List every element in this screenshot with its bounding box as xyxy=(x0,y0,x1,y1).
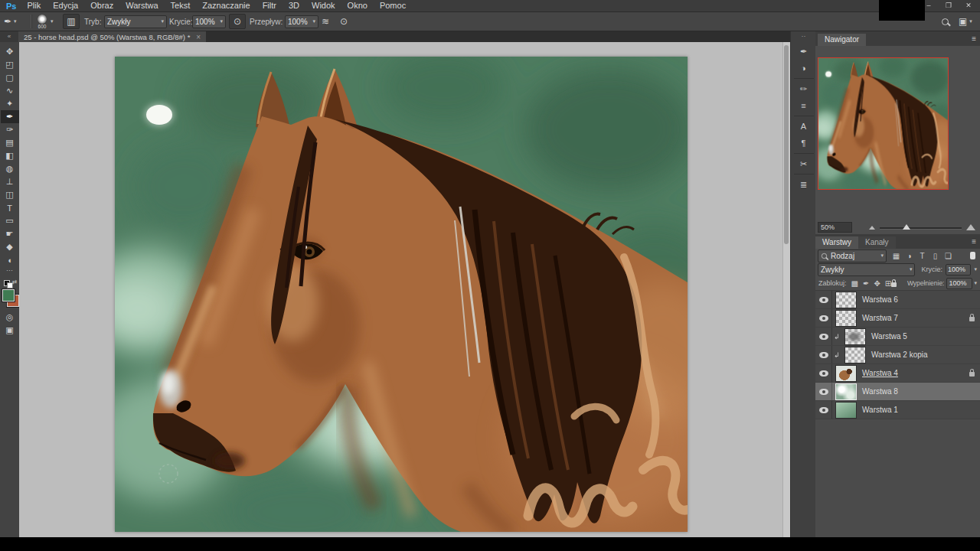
tab-channels[interactable]: Kanały xyxy=(858,236,896,249)
vertical-scrollbar[interactable] xyxy=(782,42,790,537)
default-colors-control[interactable]: ⇄ xyxy=(2,279,18,288)
workspace-switcher[interactable]: ▣ ▾ xyxy=(959,12,972,31)
layer-row-warstwa-1[interactable]: Warstwa 1 xyxy=(815,401,980,419)
filter-type-layers-icon[interactable]: T xyxy=(917,252,927,260)
menu-tekst[interactable]: Tekst xyxy=(165,0,197,11)
navigator-panel-menu-icon[interactable]: ≡ xyxy=(972,34,976,43)
blur-tool[interactable]: ◆ xyxy=(1,240,19,253)
pressure-opacity-button[interactable]: ⊙ xyxy=(229,12,246,31)
search-button[interactable] xyxy=(942,12,949,31)
close-button[interactable]: ✕ xyxy=(959,0,978,11)
move-tool[interactable]: ✥ xyxy=(1,45,19,58)
properties-panel-button[interactable]: ≡ xyxy=(794,98,814,113)
edit-toolbar-button[interactable]: ··· xyxy=(1,266,19,277)
shape-tool[interactable]: ▭ xyxy=(1,214,19,227)
layer-name[interactable]: Warstwa 6 xyxy=(862,295,898,304)
layer-name[interactable]: Warstwa 2 kopia xyxy=(871,350,928,359)
type-tool[interactable]: T xyxy=(1,201,19,214)
chevron-down-icon[interactable]: ▾ xyxy=(974,280,977,286)
eraser-tool[interactable]: ◫ xyxy=(1,188,19,201)
eyedropper-tool[interactable]: ✑ xyxy=(1,123,19,136)
layer-visibility-toggle[interactable] xyxy=(815,383,832,400)
layer-row-warstwa-7[interactable]: Warstwa 7 xyxy=(815,309,980,328)
filter-adjustment-layers-icon[interactable]: ◑ xyxy=(904,252,914,260)
menu-okno[interactable]: Okno xyxy=(341,0,374,11)
foreground-color-swatch[interactable] xyxy=(2,289,15,302)
tab-navigator[interactable]: Nawigator xyxy=(818,34,866,46)
brush-settings-panel-button[interactable]: ✒ xyxy=(794,44,814,59)
layer-name[interactable]: Warstwa 7 xyxy=(862,314,898,322)
layer-thumbnail[interactable] xyxy=(835,402,857,419)
dodge-tool[interactable]: ◖ xyxy=(1,253,19,266)
layer-opacity-value[interactable]: 100% xyxy=(946,264,972,276)
minimize-button[interactable]: – xyxy=(919,0,939,11)
dock-collapse-button[interactable]: ·· xyxy=(802,31,806,42)
toggle-brush-panel-button[interactable]: ▥ xyxy=(63,12,80,31)
marquee-tool[interactable]: ▢ xyxy=(1,71,19,84)
layer-blend-mode-select[interactable]: Zwykły ▾ xyxy=(818,263,915,276)
menu-3d[interactable]: 3D xyxy=(283,0,305,11)
magic-wand-tool[interactable]: ✦ xyxy=(1,97,19,110)
layer-thumbnail[interactable] xyxy=(844,328,866,345)
layer-name[interactable]: Warstwa 1 xyxy=(862,406,898,414)
layer-filter-select[interactable]: Rodzaj ▾ xyxy=(818,249,887,262)
layer-thumbnail[interactable] xyxy=(844,347,866,364)
layer-name[interactable]: Warstwa 8 xyxy=(862,387,898,396)
zoom-in-icon[interactable] xyxy=(966,224,975,230)
layer-name[interactable]: Warstwa 4 xyxy=(862,369,898,377)
layer-thumbnail[interactable] xyxy=(835,383,857,400)
toolbar-collapse-button[interactable]: « xyxy=(0,31,18,42)
canvas-artwork[interactable] xyxy=(115,57,688,532)
tab-layers[interactable]: Warstwy xyxy=(815,236,858,249)
zoom-slider-thumb[interactable] xyxy=(903,224,910,230)
pressure-size-button[interactable]: ⊙ xyxy=(340,12,348,31)
brush-tool[interactable]: ✒ xyxy=(1,110,19,123)
brush-presets-panel-button[interactable]: ✏ xyxy=(794,81,814,96)
lock-transparency-icon[interactable]: ▩ xyxy=(851,279,858,288)
filter-smart-objects-icon[interactable]: ❏ xyxy=(943,252,953,260)
layer-fill-value[interactable]: 100% xyxy=(946,278,972,289)
clone-source-panel-button[interactable]: ✂ xyxy=(794,156,814,171)
character-panel-button[interactable]: A xyxy=(794,119,814,134)
filter-shape-layers-icon[interactable]: ▯ xyxy=(930,252,940,260)
menu-edycja[interactable]: Edycja xyxy=(47,0,84,11)
layer-thumbnail[interactable] xyxy=(835,365,857,382)
timeline-panel-button[interactable]: ≣ xyxy=(794,177,814,192)
layer-visibility-toggle[interactable] xyxy=(815,291,832,308)
lock-position-icon[interactable]: ✥ xyxy=(874,279,880,288)
restore-button[interactable]: ❐ xyxy=(939,0,959,11)
menu-widok[interactable]: Widok xyxy=(305,0,341,11)
flow-select[interactable]: 100%▾ xyxy=(285,12,318,31)
layer-row-warstwa-8[interactable]: Warstwa 8 xyxy=(815,383,980,401)
layer-row-warstwa-2-kopia[interactable]: ↳Warstwa 2 kopia xyxy=(815,346,980,364)
adjustments-panel-button[interactable]: ◑ xyxy=(794,60,814,76)
swap-colors-icon[interactable]: ⇄ xyxy=(12,279,18,285)
menu-obraz[interactable]: Obraz xyxy=(84,0,119,11)
gradient-tool[interactable]: ▤ xyxy=(1,136,19,149)
opacity-select[interactable]: 100%▾ xyxy=(192,12,226,31)
quick-mask-button[interactable]: ◎ xyxy=(1,311,19,324)
scrollbar-thumb[interactable] xyxy=(784,45,789,244)
filter-toggle-pin[interactable] xyxy=(970,252,975,259)
lasso-tool[interactable]: ∿ xyxy=(1,84,19,97)
layer-row-warstwa-6[interactable]: Warstwa 6 xyxy=(815,291,980,309)
layer-thumbnail[interactable] xyxy=(835,310,857,327)
lock-all-icon[interactable] xyxy=(891,282,897,287)
clone-stamp-tool[interactable]: ⊥ xyxy=(1,175,19,188)
menu-pomoc[interactable]: Pomoc xyxy=(374,0,412,11)
navigator-zoom-slider[interactable] xyxy=(880,223,962,232)
layer-visibility-toggle[interactable] xyxy=(815,328,832,345)
screen-mode-button[interactable]: ▣ xyxy=(1,324,19,337)
layer-visibility-toggle[interactable] xyxy=(815,346,832,364)
menu-zaznaczanie[interactable]: Zaznaczanie xyxy=(196,0,256,11)
crop-tool[interactable]: ◰ xyxy=(1,58,19,71)
airbrush-button[interactable]: ≋ xyxy=(322,12,329,31)
layer-row-warstwa-4[interactable]: Warstwa 4 xyxy=(815,364,980,383)
layer-visibility-toggle[interactable] xyxy=(815,364,832,382)
menu-warstwa[interactable]: Warstwa xyxy=(119,0,164,11)
lock-artboard-icon[interactable]: ⊞ xyxy=(885,279,891,288)
brush-preset-picker[interactable]: 600 ▾ xyxy=(38,12,54,31)
menu-filtr[interactable]: Filtr xyxy=(256,0,283,11)
layer-row-warstwa-5[interactable]: ↳Warstwa 5 xyxy=(815,328,980,346)
lock-paint-icon[interactable]: ✒ xyxy=(863,279,869,288)
